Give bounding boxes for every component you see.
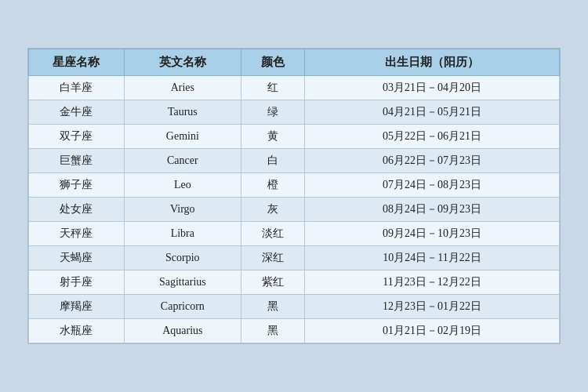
- cell-color: 黑: [241, 295, 304, 319]
- cell-dates: 12月23日－01月22日: [305, 295, 560, 319]
- header-date: 出生日期（阳历）: [305, 49, 560, 76]
- cell-color: 淡红: [241, 222, 304, 246]
- cell-english: Virgo: [124, 198, 241, 222]
- cell-english: Cancer: [124, 149, 241, 173]
- table-row: 巨蟹座Cancer白06月22日－07月23日: [29, 149, 560, 173]
- table-row: 双子座Gemini黄05月22日－06月21日: [29, 125, 560, 149]
- cell-chinese: 金牛座: [29, 100, 125, 125]
- zodiac-table: 星座名称 英文名称 颜色 出生日期（阳历） 白羊座Aries红03月21日－04…: [28, 49, 560, 343]
- cell-dates: 07月24日－08月23日: [305, 173, 560, 198]
- cell-chinese: 白羊座: [29, 76, 125, 100]
- cell-dates: 10月24日－11月22日: [305, 246, 560, 270]
- table-row: 摩羯座Capricorn黑12月23日－01月22日: [29, 295, 560, 319]
- cell-chinese: 处女座: [29, 198, 125, 222]
- header-english: 英文名称: [124, 49, 241, 76]
- header-chinese: 星座名称: [29, 49, 125, 76]
- cell-color: 灰: [241, 198, 304, 222]
- cell-chinese: 摩羯座: [29, 295, 125, 319]
- cell-chinese: 射手座: [29, 270, 125, 295]
- cell-dates: 01月21日－02月19日: [305, 319, 560, 343]
- cell-dates: 06月22日－07月23日: [305, 149, 560, 173]
- cell-dates: 08月24日－09月23日: [305, 198, 560, 222]
- cell-english: Gemini: [124, 125, 241, 149]
- cell-english: Sagittarius: [124, 270, 241, 295]
- table-header-row: 星座名称 英文名称 颜色 出生日期（阳历）: [29, 49, 560, 76]
- cell-dates: 04月21日－05月21日: [305, 100, 560, 125]
- cell-color: 黑: [241, 319, 304, 343]
- table-row: 白羊座Aries红03月21日－04月20日: [29, 76, 560, 100]
- cell-color: 橙: [241, 173, 304, 198]
- cell-dates: 09月24日－10月23日: [305, 222, 560, 246]
- table-row: 水瓶座Aquarius黑01月21日－02月19日: [29, 319, 560, 343]
- cell-english: Capricorn: [124, 295, 241, 319]
- cell-chinese: 水瓶座: [29, 319, 125, 343]
- table-row: 狮子座Leo橙07月24日－08月23日: [29, 173, 560, 198]
- cell-color: 深红: [241, 246, 304, 270]
- cell-color: 黄: [241, 125, 304, 149]
- table-row: 处女座Virgo灰08月24日－09月23日: [29, 198, 560, 222]
- cell-english: Libra: [124, 222, 241, 246]
- cell-color: 红: [241, 76, 304, 100]
- cell-dates: 03月21日－04月20日: [305, 76, 560, 100]
- zodiac-table-container: 星座名称 英文名称 颜色 出生日期（阳历） 白羊座Aries红03月21日－04…: [27, 48, 561, 344]
- cell-english: Taurus: [124, 100, 241, 125]
- cell-chinese: 巨蟹座: [29, 149, 125, 173]
- cell-english: Aries: [124, 76, 241, 100]
- cell-english: Leo: [124, 173, 241, 198]
- header-color: 颜色: [241, 49, 304, 76]
- cell-dates: 11月23日－12月22日: [305, 270, 560, 295]
- table-row: 天秤座Libra淡红09月24日－10月23日: [29, 222, 560, 246]
- table-row: 射手座Sagittarius紫红11月23日－12月22日: [29, 270, 560, 295]
- cell-chinese: 狮子座: [29, 173, 125, 198]
- cell-chinese: 天秤座: [29, 222, 125, 246]
- table-row: 金牛座Taurus绿04月21日－05月21日: [29, 100, 560, 125]
- cell-english: Scorpio: [124, 246, 241, 270]
- cell-english: Aquarius: [124, 319, 241, 343]
- table-row: 天蝎座Scorpio深红10月24日－11月22日: [29, 246, 560, 270]
- cell-chinese: 双子座: [29, 125, 125, 149]
- cell-color: 白: [241, 149, 304, 173]
- cell-color: 绿: [241, 100, 304, 125]
- cell-chinese: 天蝎座: [29, 246, 125, 270]
- cell-color: 紫红: [241, 270, 304, 295]
- cell-dates: 05月22日－06月21日: [305, 125, 560, 149]
